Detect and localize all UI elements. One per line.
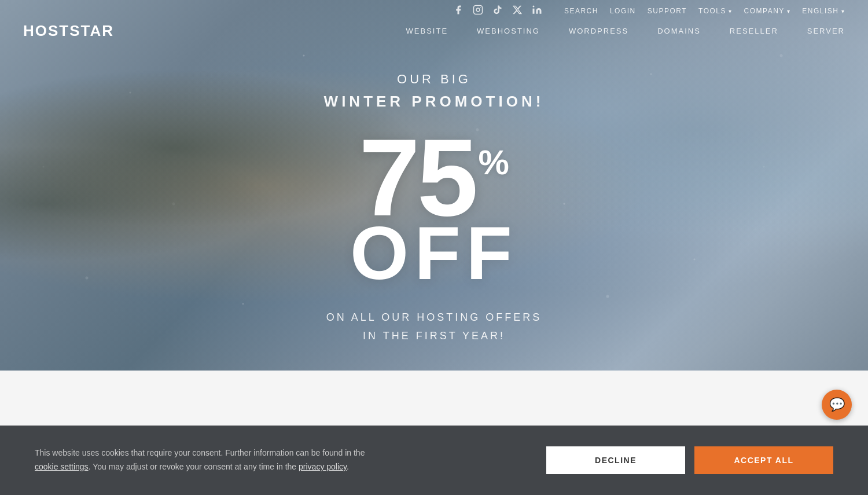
main-nav: WEBSITE WEBHOSTING WORDPRESS DOMAINS RES… <box>406 27 845 35</box>
svg-point-2 <box>532 6 534 8</box>
cookie-banner: This website uses cookies that require y… <box>0 426 868 495</box>
nav-webhosting[interactable]: WEBHOSTING <box>477 27 540 35</box>
company-chevron-icon: ▾ <box>787 8 791 14</box>
logo-nav-row: HOSTSTAR WEBSITE WEBHOSTING WORDPRESS DO… <box>0 22 868 49</box>
facebook-icon[interactable] <box>453 5 464 17</box>
hero-content: OUR BIG WINTER PROMOTION! 75 % OFF ON AL… <box>0 0 868 371</box>
privacy-policy-link[interactable]: privacy policy <box>299 462 347 471</box>
english-link[interactable]: ENGLISH ▾ <box>802 7 845 15</box>
nav-reseller[interactable]: RESELLER <box>730 27 778 35</box>
hero-description: ON ALL OUR HOSTING OFFERS IN THE FIRST Y… <box>326 308 542 346</box>
nav-wordpress[interactable]: WORDPRESS <box>569 27 628 35</box>
site-header: SEARCH LOGIN SUPPORT TOOLS ▾ COMPANY ▾ E… <box>0 0 868 49</box>
cookie-buttons: DECLINE ACCEPT ALL <box>546 446 833 474</box>
cookie-text-main: This website uses cookies that require y… <box>35 448 365 457</box>
chat-button[interactable]: 💬 <box>822 390 852 420</box>
svg-rect-0 <box>473 6 482 14</box>
search-link[interactable]: SEARCH <box>564 7 598 15</box>
support-link[interactable]: SUPPORT <box>648 7 687 15</box>
chat-icon: 💬 <box>829 397 845 412</box>
login-link[interactable]: LOGIN <box>610 7 636 15</box>
accept-all-button[interactable]: ACCEPT ALL <box>694 446 833 474</box>
tools-chevron-icon: ▾ <box>729 8 733 14</box>
social-icons <box>453 5 542 17</box>
discount-percent: % <box>478 145 509 180</box>
company-link[interactable]: COMPANY ▾ <box>744 7 791 15</box>
twitter-icon[interactable] <box>512 5 523 17</box>
top-bar: SEARCH LOGIN SUPPORT TOOLS ▾ COMPANY ▾ E… <box>0 0 868 22</box>
cookie-text-end: . <box>347 462 349 471</box>
hero-section: SEARCH LOGIN SUPPORT TOOLS ▾ COMPANY ▾ E… <box>0 0 868 371</box>
tiktok-icon[interactable] <box>492 5 503 17</box>
nav-domains[interactable]: DOMAINS <box>657 27 701 35</box>
nav-website[interactable]: WEBSITE <box>406 27 448 35</box>
instagram-icon[interactable] <box>473 5 483 17</box>
hero-desc-line1: ON ALL OUR HOSTING OFFERS <box>326 308 542 327</box>
hero-line1: OUR BIG <box>397 72 471 87</box>
hero-desc-line2: IN THE FIRST YEAR! <box>326 327 542 345</box>
site-logo[interactable]: HOSTSTAR <box>23 22 114 40</box>
decline-button[interactable]: DECLINE <box>546 446 685 474</box>
nav-server[interactable]: SERVER <box>807 27 845 35</box>
tools-link[interactable]: TOOLS ▾ <box>698 7 732 15</box>
top-links: SEARCH LOGIN SUPPORT TOOLS ▾ COMPANY ▾ E… <box>564 7 845 15</box>
english-chevron-icon: ▾ <box>841 8 845 14</box>
linkedin-icon[interactable] <box>532 5 542 17</box>
hero-line2: WINTER PROMOTION! <box>324 93 545 111</box>
hero-off-text: OFF <box>350 215 518 291</box>
cookie-settings-link[interactable]: cookie settings <box>35 462 89 471</box>
cookie-text-mid: . You may adjust or revoke your consent … <box>89 462 299 471</box>
cookie-text: This website uses cookies that require y… <box>35 446 382 474</box>
